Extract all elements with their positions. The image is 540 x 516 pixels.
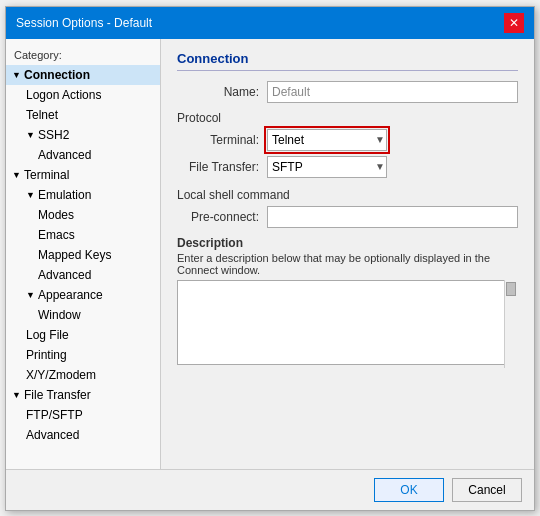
sidebar-item-label: Advanced — [36, 267, 93, 283]
sidebar-item-terminal[interactable]: ▼ Terminal — [6, 165, 160, 185]
description-textarea-wrapper — [177, 280, 518, 368]
scroll-thumb[interactable] — [506, 282, 516, 296]
close-button[interactable]: ✕ — [504, 13, 524, 33]
ok-button[interactable]: OK — [374, 478, 444, 502]
sidebar-item-label: Emulation — [36, 187, 93, 203]
sidebar-item-advanced-terminal[interactable]: Advanced — [6, 265, 160, 285]
sidebar-item-xy-zmodem[interactable]: X/Y/Zmodem — [6, 365, 160, 385]
chevron-icon: ▼ — [24, 189, 34, 201]
sidebar-item-mapped-keys[interactable]: Mapped Keys — [6, 245, 160, 265]
sidebar-item-label: Window — [36, 307, 83, 323]
category-tree: Category: ▼ Connection Logon Actions Tel… — [6, 39, 161, 469]
chevron-icon: ▼ — [24, 129, 34, 141]
scrollbar[interactable] — [504, 280, 518, 368]
protocol-group: Protocol Terminal: Telnet SSH2 Serial TA… — [177, 111, 518, 178]
sidebar-item-label: Connection — [22, 67, 92, 83]
sidebar-item-appearance[interactable]: ▼ Appearance — [6, 285, 160, 305]
dialog-footer: OK Cancel — [6, 469, 534, 510]
name-row: Name: — [177, 81, 518, 103]
dialog-title: Session Options - Default — [16, 16, 152, 30]
sidebar-item-ftp-sftp[interactable]: FTP/SFTP — [6, 405, 160, 425]
sidebar-item-label: File Transfer — [22, 387, 93, 403]
file-transfer-select-wrapper: SFTP FTP Zmodem ▼ — [267, 156, 387, 178]
cancel-button[interactable]: Cancel — [452, 478, 522, 502]
chevron-icon: ▼ — [10, 69, 20, 81]
sidebar-item-label: Printing — [24, 347, 69, 363]
terminal-select[interactable]: Telnet SSH2 Serial TAPI — [267, 129, 387, 151]
sidebar-item-label: Terminal — [22, 167, 71, 183]
file-transfer-label: File Transfer: — [177, 160, 267, 174]
right-panel: Connection Name: Protocol Terminal: Teln… — [161, 39, 534, 469]
sidebar-item-advanced-ssh[interactable]: Advanced — [6, 145, 160, 165]
sidebar-item-label: Emacs — [36, 227, 77, 243]
section-header: Connection — [177, 51, 518, 71]
description-textarea[interactable] — [177, 280, 518, 365]
pre-connect-label: Pre-connect: — [177, 210, 267, 224]
sidebar-item-label: Mapped Keys — [36, 247, 113, 263]
terminal-row: Terminal: Telnet SSH2 Serial TAPI ▼ — [177, 129, 518, 151]
chevron-icon: ▼ — [10, 169, 20, 181]
sidebar-item-label: Modes — [36, 207, 76, 223]
session-options-dialog: Session Options - Default ✕ Category: ▼ … — [5, 6, 535, 511]
sidebar-item-modes[interactable]: Modes — [6, 205, 160, 225]
sidebar-item-emulation[interactable]: ▼ Emulation — [6, 185, 160, 205]
sidebar-item-label: Logon Actions — [24, 87, 103, 103]
sidebar-item-ssh2[interactable]: ▼ SSH2 — [6, 125, 160, 145]
sidebar-item-advanced-ft[interactable]: Advanced — [6, 425, 160, 445]
description-header: Description — [177, 236, 518, 250]
name-input[interactable] — [267, 81, 518, 103]
sidebar-item-label: Log File — [24, 327, 71, 343]
dialog-body: Category: ▼ Connection Logon Actions Tel… — [6, 39, 534, 469]
category-label: Category: — [6, 47, 160, 65]
sidebar-item-file-transfer[interactable]: ▼ File Transfer — [6, 385, 160, 405]
description-section: Description Enter a description below th… — [177, 236, 518, 368]
sidebar-item-label: FTP/SFTP — [24, 407, 85, 423]
name-label: Name: — [177, 85, 267, 99]
file-transfer-row: File Transfer: SFTP FTP Zmodem ▼ — [177, 156, 518, 178]
chevron-icon: ▼ — [10, 389, 20, 401]
local-shell-section: Local shell command Pre-connect: — [177, 188, 518, 228]
terminal-select-wrapper: Telnet SSH2 Serial TAPI ▼ — [267, 129, 387, 151]
sidebar-item-printing[interactable]: Printing — [6, 345, 160, 365]
sidebar-item-label: Telnet — [24, 107, 60, 123]
sidebar-item-label: Advanced — [24, 427, 81, 443]
sidebar-item-window[interactable]: Window — [6, 305, 160, 325]
protocol-label: Protocol — [177, 111, 518, 125]
sidebar-item-logon-actions[interactable]: Logon Actions — [6, 85, 160, 105]
pre-connect-row: Pre-connect: — [177, 206, 518, 228]
chevron-icon: ▼ — [24, 289, 34, 301]
description-text: Enter a description below that may be op… — [177, 252, 518, 276]
pre-connect-input[interactable] — [267, 206, 518, 228]
file-transfer-select[interactable]: SFTP FTP Zmodem — [267, 156, 387, 178]
sidebar-item-label: X/Y/Zmodem — [24, 367, 98, 383]
sidebar-item-label: Appearance — [36, 287, 105, 303]
terminal-label: Terminal: — [177, 133, 267, 147]
sidebar-item-log-file[interactable]: Log File — [6, 325, 160, 345]
sidebar-item-label: Advanced — [36, 147, 93, 163]
sidebar-item-emacs[interactable]: Emacs — [6, 225, 160, 245]
sidebar-item-label: SSH2 — [36, 127, 71, 143]
title-bar: Session Options - Default ✕ — [6, 7, 534, 39]
local-shell-label: Local shell command — [177, 188, 518, 202]
sidebar-item-telnet[interactable]: Telnet — [6, 105, 160, 125]
sidebar-item-connection[interactable]: ▼ Connection — [6, 65, 160, 85]
